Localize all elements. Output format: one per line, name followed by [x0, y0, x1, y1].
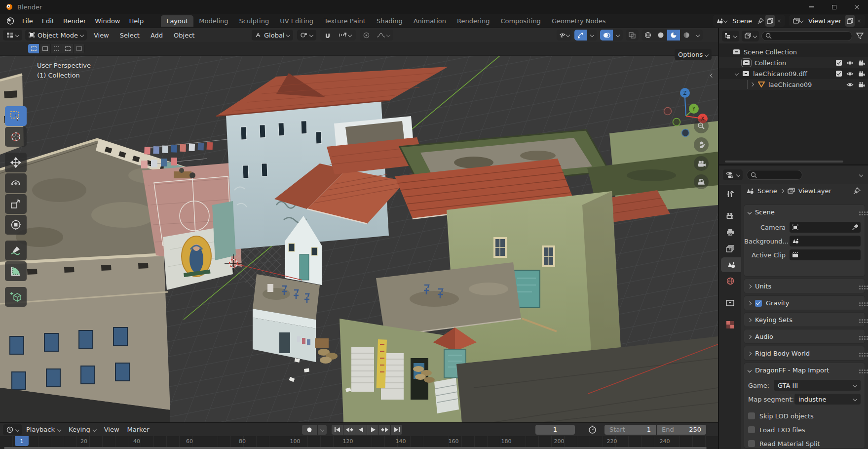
proportional-edit-toggle[interactable] [360, 30, 373, 41]
properties-editor-type-button[interactable] [723, 169, 743, 180]
disable-render-camera-icon[interactable] [858, 60, 865, 66]
load-txd-option[interactable]: Load TXD files [748, 425, 865, 435]
outliner-row-scene-collection[interactable]: Scene Collection [719, 46, 868, 57]
gizmo-axis-neg-y[interactable] [673, 119, 680, 126]
disable-render-camera-icon[interactable] [858, 82, 865, 87]
snap-toggle[interactable] [320, 30, 334, 41]
jump-to-start-button[interactable] [332, 425, 343, 435]
view-layer-remove-button[interactable] [855, 15, 863, 27]
select-mode-intersect[interactable] [74, 44, 85, 53]
menu-help[interactable]: Help [125, 15, 149, 27]
panel-drag-dots[interactable] [859, 369, 861, 371]
view-layer-browse-button[interactable] [791, 15, 804, 27]
jump-prev-keyframe-button[interactable] [343, 425, 355, 435]
shading-wireframe-button[interactable] [642, 30, 654, 41]
tool-annotate[interactable] [5, 241, 27, 260]
play-reverse-button[interactable] [355, 425, 367, 435]
panel-drag-dots[interactable] [859, 353, 861, 354]
auto-keying-dropdown[interactable] [318, 425, 327, 435]
pivot-point-dropdown[interactable] [297, 30, 316, 41]
panel-drag-dots[interactable] [859, 319, 861, 321]
tab-texture[interactable] [719, 317, 741, 332]
tool-scale[interactable] [5, 194, 27, 214]
workspace-tab-geometry-nodes[interactable]: Geometry Nodes [546, 15, 611, 27]
close-button[interactable] [845, 0, 868, 14]
toggle-orthographic-button[interactable] [694, 174, 709, 189]
scene-unlink-button[interactable] [775, 15, 783, 27]
tool-select-box[interactable] [5, 106, 27, 126]
timeline-scrollbar[interactable] [4, 447, 707, 449]
menu-file[interactable]: File [18, 15, 38, 27]
disable-render-camera-icon[interactable] [858, 71, 865, 77]
proportional-falloff-dropdown[interactable] [373, 30, 393, 41]
expand-triangle-icon[interactable] [735, 72, 739, 76]
map-segment-dropdown[interactable]: industne [794, 394, 861, 405]
workspace-tab-rendering[interactable]: Rendering [452, 15, 495, 27]
maximize-button[interactable] [823, 0, 845, 14]
workspace-tab-layout[interactable]: Layout [161, 15, 193, 27]
active-clip-field[interactable] [790, 249, 861, 260]
tab-collection[interactable] [719, 295, 741, 310]
tab-output[interactable] [719, 225, 741, 240]
timeline-menu-keying[interactable]: Keying [65, 424, 100, 435]
tab-render[interactable] [719, 208, 741, 223]
scene-name[interactable]: Scene [728, 17, 756, 25]
view-layer-new-button[interactable] [845, 15, 855, 27]
mode-dropdown[interactable]: Object Mode [25, 30, 87, 41]
gravity-section[interactable]: Gravity [744, 295, 865, 310]
panel-drag-dots[interactable] [859, 336, 861, 337]
camera-view-button[interactable] [694, 156, 709, 171]
outliner-filter-button[interactable] [855, 28, 865, 43]
gizmos-dropdown[interactable] [587, 30, 597, 41]
pan-view-button[interactable] [694, 137, 709, 152]
viewport-menu-select[interactable]: Select [116, 30, 144, 41]
tool-transform[interactable] [5, 215, 27, 235]
tab-world[interactable] [719, 274, 741, 288]
timeline-menu-view[interactable]: View [100, 424, 123, 435]
auto-keying-button[interactable] [302, 425, 317, 435]
hide-eye-icon[interactable] [846, 82, 854, 87]
frame-end-field[interactable]: End 250 [657, 425, 706, 435]
shading-dropdown[interactable] [693, 30, 703, 41]
skip-lod-option[interactable]: Skip LOD objects [748, 411, 865, 421]
shading-rendered-button[interactable] [680, 30, 693, 41]
read-material-split-checkbox[interactable] [748, 440, 755, 447]
outliner-row-collection[interactable]: Collection [719, 57, 868, 68]
viewport-menu-view[interactable]: View [90, 30, 113, 41]
sidebar-collapse-arrow[interactable] [711, 71, 714, 79]
keying-sets-section[interactable]: Keying Sets [744, 312, 865, 327]
scene-browse-button[interactable] [715, 15, 728, 27]
3d-viewport[interactable]: Options User Perspective (1) Collection [0, 42, 718, 422]
viewport-menu-add[interactable]: Add [147, 30, 167, 41]
workspace-tab-animation[interactable]: Animation [408, 15, 452, 27]
exclude-checkbox[interactable] [836, 60, 842, 66]
background-scene-field[interactable] [790, 236, 861, 246]
shading-material-button[interactable] [667, 30, 680, 41]
outliner-display-mode-button[interactable] [722, 31, 739, 41]
select-mode-tweak[interactable] [28, 44, 39, 53]
play-button[interactable] [367, 425, 378, 435]
select-mode-new[interactable] [39, 44, 51, 53]
timeline-editor-type-button[interactable] [3, 424, 22, 435]
timeline-ruler[interactable]: 20 40 60 80 100 120 140 160 180 200 220 … [0, 436, 718, 448]
editor-type-button[interactable] [3, 30, 22, 41]
transform-orientation-dropdown[interactable]: Global [252, 30, 293, 41]
tool-measure[interactable] [5, 261, 27, 281]
tool-move[interactable] [5, 153, 27, 172]
options-button[interactable]: Options [675, 49, 712, 60]
workspace-tab-modeling[interactable]: Modeling [193, 15, 233, 27]
outliner-scrollbar[interactable] [725, 161, 843, 163]
breadcrumb-scene[interactable]: Scene [757, 187, 777, 195]
tab-tool[interactable] [719, 187, 741, 202]
read-material-split-option[interactable]: Read Material Split [748, 439, 865, 449]
timeline-playhead[interactable]: 1 [15, 436, 29, 446]
menu-window[interactable]: Window [90, 15, 124, 27]
shading-solid-button[interactable] [654, 30, 667, 41]
timeline-menu-marker[interactable]: Marker [123, 424, 153, 435]
outliner-row-laechicano09[interactable]: laeChicano09 [719, 79, 868, 90]
dragonff-panel-header[interactable]: DragonFF - Map Import [744, 363, 865, 377]
menu-render[interactable]: Render [59, 15, 90, 27]
menu-edit[interactable]: Edit [38, 15, 59, 27]
tool-add-cube[interactable] [5, 287, 27, 307]
timeline-menu-playback[interactable]: Playback [22, 424, 65, 435]
